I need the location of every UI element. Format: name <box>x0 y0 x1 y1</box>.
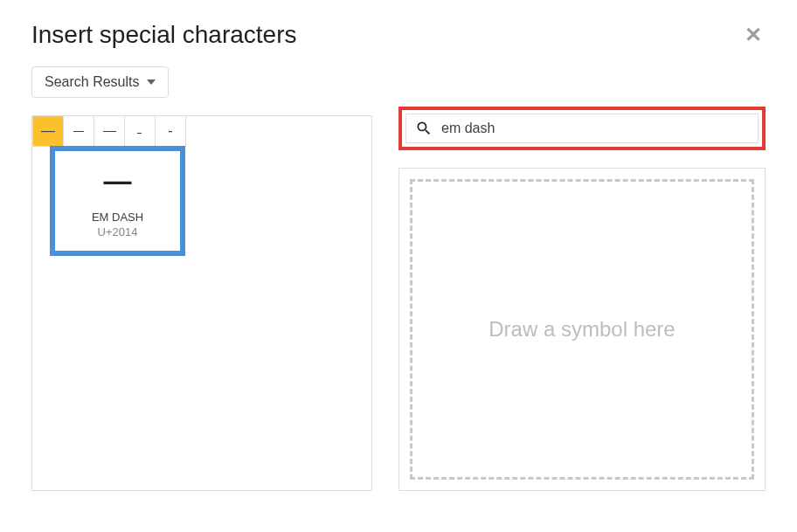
main-content: — ⸺ ⸻ ﹘ - — EM DASH U+2014 <box>31 115 766 491</box>
results-row: — ⸺ ⸻ ﹘ - <box>32 116 371 147</box>
chevron-down-icon <box>147 79 156 85</box>
preview-character-name: EM DASH <box>64 211 171 224</box>
category-dropdown[interactable]: Search Results <box>31 66 169 98</box>
results-panel: — ⸺ ⸻ ﹘ - — EM DASH U+2014 <box>31 115 372 491</box>
preview-glyph: — <box>64 167 171 195</box>
dialog-title: Insert special characters <box>31 21 296 49</box>
draw-panel: Draw a symbol here <box>398 168 766 491</box>
dropdown-label: Search Results <box>45 74 140 90</box>
char-cell-two-em-dash[interactable]: ⸺ <box>63 115 94 147</box>
preview-unicode-code: U+2014 <box>64 225 171 238</box>
close-button[interactable]: ✕ <box>741 21 766 49</box>
char-cell-em-dash[interactable]: — <box>32 115 64 147</box>
close-icon: ✕ <box>745 23 762 46</box>
char-cell-hyphen[interactable]: - <box>155 115 186 147</box>
dialog-header: Insert special characters ✕ <box>31 21 766 66</box>
char-cell-three-em-dash[interactable]: ⸻ <box>94 115 125 147</box>
search-icon <box>415 120 433 137</box>
insert-special-characters-dialog: Insert special characters ✕ Search Resul… <box>0 0 797 532</box>
search-highlight-box <box>398 107 766 150</box>
character-preview-tooltip: — EM DASH U+2014 <box>50 146 185 256</box>
draw-placeholder-text: Draw a symbol here <box>489 317 675 342</box>
draw-canvas[interactable]: Draw a symbol here <box>410 179 754 480</box>
search-input[interactable] <box>441 121 749 136</box>
search-box[interactable] <box>405 114 759 143</box>
char-cell-small-em-dash[interactable]: ﹘ <box>124 115 156 147</box>
right-panel: Draw a symbol here <box>398 115 766 491</box>
